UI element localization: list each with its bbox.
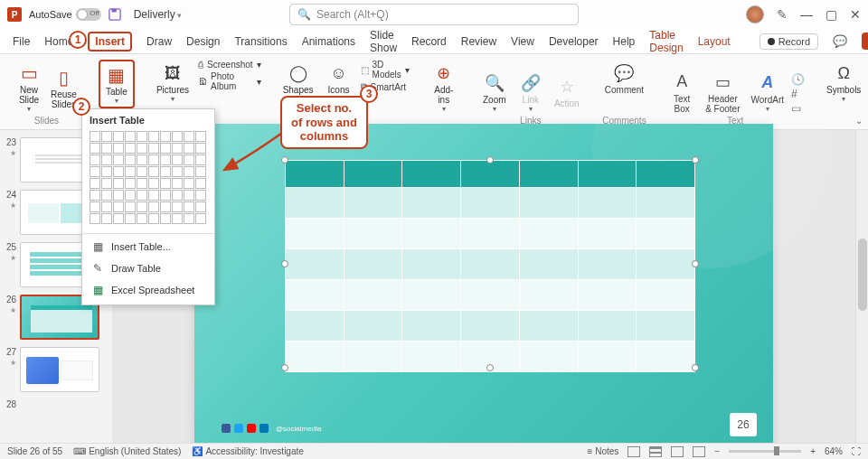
ribbon-collapse-button[interactable]: ⌄ (855, 116, 863, 126)
grid-cell[interactable] (195, 213, 206, 224)
language-indicator[interactable]: ⌨English (United States) (73, 446, 181, 456)
grid-cell[interactable] (184, 213, 194, 224)
grid-cell[interactable] (195, 166, 206, 177)
selection-handle[interactable] (692, 364, 699, 371)
grid-cell[interactable] (125, 201, 136, 212)
grid-cell[interactable] (172, 143, 183, 154)
selection-handle[interactable] (486, 364, 494, 371)
autosave-control[interactable]: AutoSave (29, 8, 101, 21)
grid-cell[interactable] (101, 155, 112, 165)
grid-cell[interactable] (184, 201, 194, 212)
grid-cell[interactable] (148, 131, 159, 142)
grid-cell[interactable] (172, 201, 183, 212)
grid-cell[interactable] (137, 190, 147, 201)
grid-cell[interactable] (90, 131, 100, 142)
grid-cell[interactable] (172, 190, 183, 201)
slideshow-view-icon[interactable] (693, 446, 705, 457)
selection-handle[interactable] (281, 260, 288, 267)
photo-album-button[interactable]: 🖻Photo Album▾ (198, 71, 261, 91)
grid-cell[interactable] (101, 213, 112, 224)
grid-cell[interactable] (184, 166, 194, 177)
tab-draw[interactable]: Draw (146, 35, 172, 48)
grid-cell[interactable] (137, 155, 147, 165)
grid-cell[interactable] (160, 166, 171, 177)
grid-cell[interactable] (90, 143, 100, 154)
addins-button[interactable]: ⊕Add- ins▾ (428, 60, 460, 115)
grid-cell[interactable] (137, 213, 147, 224)
pictures-button[interactable]: 🖼Pictures▾ (153, 60, 193, 105)
grid-cell[interactable] (195, 178, 206, 189)
grid-cell[interactable] (195, 201, 206, 212)
grid-cell[interactable] (148, 166, 159, 177)
share-button[interactable]: ↗Share (862, 33, 868, 50)
autosave-toggle[interactable] (76, 8, 101, 21)
selection-handle[interactable] (281, 156, 288, 164)
action-button[interactable]: ☆Action (551, 73, 583, 110)
record-button[interactable]: Record (760, 33, 818, 50)
tab-developer[interactable]: Developer (549, 35, 599, 48)
grid-cell[interactable] (125, 131, 136, 142)
grid-cell[interactable] (113, 213, 124, 224)
grid-cell[interactable] (125, 190, 136, 201)
scrollbar-thumb[interactable] (858, 239, 867, 311)
grid-cell[interactable] (184, 178, 194, 189)
new-slide-button[interactable]: ▭New Slide▾ (13, 60, 45, 115)
tab-help[interactable]: Help (613, 35, 636, 48)
grid-cell[interactable] (125, 178, 136, 189)
grid-cell[interactable] (90, 155, 100, 165)
tab-file[interactable]: File (13, 35, 30, 48)
pen-icon[interactable]: ✎ (777, 7, 788, 22)
tab-animations[interactable]: Animations (302, 35, 355, 48)
grid-cell[interactable] (137, 143, 147, 154)
selection-handle[interactable] (486, 156, 494, 164)
table-size-grid[interactable] (82, 129, 214, 231)
grid-cell[interactable] (184, 143, 194, 154)
grid-cell[interactable] (195, 190, 206, 201)
grid-cell[interactable] (148, 178, 159, 189)
grid-cell[interactable] (137, 201, 147, 212)
tab-slideshow[interactable]: Slide Show (370, 29, 397, 54)
insert-table-item[interactable]: ▦Insert Table... (82, 236, 214, 258)
grid-cell[interactable] (160, 131, 171, 142)
symbols-button[interactable]: ΩSymbols▾ (823, 60, 864, 105)
excel-spreadsheet-item[interactable]: ▦Excel Spreadsheet (82, 279, 214, 301)
search-input[interactable]: 🔍 Search (Alt+Q) (289, 4, 579, 25)
grid-cell[interactable] (137, 166, 147, 177)
grid-cell[interactable] (113, 190, 124, 201)
normal-view-icon[interactable] (627, 446, 640, 457)
grid-cell[interactable] (184, 155, 194, 165)
grid-cell[interactable] (137, 131, 147, 142)
grid-cell[interactable] (113, 155, 124, 165)
zoom-button[interactable]: 🔍Zoom▾ (478, 70, 511, 115)
thumbnail-27[interactable] (20, 347, 99, 392)
grid-cell[interactable] (113, 166, 124, 177)
grid-cell[interactable] (172, 155, 183, 165)
grid-cell[interactable] (101, 166, 112, 177)
grid-cell[interactable] (195, 131, 206, 142)
grid-cell[interactable] (160, 213, 171, 224)
grid-cell[interactable] (148, 190, 159, 201)
grid-cell[interactable] (172, 213, 183, 224)
grid-cell[interactable] (125, 166, 136, 177)
document-name[interactable]: Deliverly (134, 8, 183, 21)
grid-cell[interactable] (90, 190, 100, 201)
tab-record[interactable]: Record (411, 35, 447, 48)
tab-insert[interactable]: Insert (88, 32, 132, 52)
grid-cell[interactable] (184, 131, 194, 142)
3d-models-button[interactable]: ⬚3D Models▾ (361, 60, 410, 80)
vertical-scrollbar[interactable] (855, 130, 868, 443)
grid-cell[interactable] (113, 131, 124, 142)
draw-table-item[interactable]: ✎Draw Table (82, 258, 214, 279)
grid-cell[interactable] (160, 143, 171, 154)
grid-cell[interactable] (160, 155, 171, 165)
grid-cell[interactable] (101, 201, 112, 212)
selection-handle[interactable] (692, 156, 699, 164)
slide-table[interactable] (285, 160, 695, 372)
tab-transitions[interactable]: Transitions (234, 35, 287, 48)
zoom-slider[interactable] (729, 450, 801, 453)
selection-handle[interactable] (281, 364, 288, 371)
tab-design[interactable]: Design (186, 35, 220, 48)
table-button[interactable]: ▦Table▾ (99, 60, 135, 108)
screenshot-button[interactable]: ⎙Screenshot▾ (198, 60, 261, 70)
grid-cell[interactable] (148, 201, 159, 212)
